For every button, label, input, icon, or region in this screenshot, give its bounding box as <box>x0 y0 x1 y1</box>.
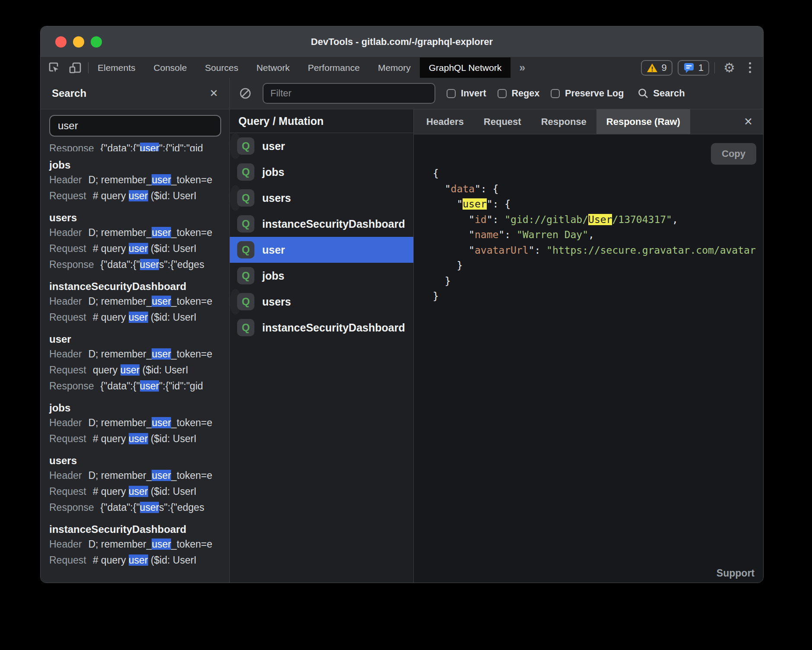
result-line-text: # query <box>93 190 129 201</box>
search-icon <box>638 88 649 99</box>
checkbox-box <box>551 89 560 98</box>
query-row-user[interactable]: Quser <box>230 133 241 159</box>
result-line[interactable]: Response{"data":{"users":{"edges <box>49 257 229 273</box>
result-section-title[interactable]: user <box>49 332 229 346</box>
query-row-users[interactable]: Qusers <box>230 185 241 211</box>
match-highlight: user <box>140 502 159 513</box>
result-line[interactable]: HeaderD; remember_user_token=e <box>49 225 229 241</box>
json-token: " <box>433 214 475 225</box>
json-line: "data": { <box>433 183 498 194</box>
result-line[interactable]: Requestquery user ($id: UserI <box>49 362 229 378</box>
tab-performance[interactable]: Performance <box>299 57 369 78</box>
clear-log-icon[interactable] <box>239 87 251 99</box>
query-type-icon: Q <box>237 293 254 310</box>
result-line[interactable]: Request# query user ($id: UserI <box>49 188 229 204</box>
response-tab-request[interactable]: Request <box>474 109 531 134</box>
messages-badge[interactable]: 1 <box>678 60 709 76</box>
query-row-jobs[interactable]: Qjobs <box>230 159 413 185</box>
tab-elements[interactable]: Elements <box>89 57 145 78</box>
settings-gear-icon[interactable]: ⚙ <box>720 60 739 75</box>
toolbar-search-button[interactable]: Search <box>638 88 685 99</box>
query-row-instanceSecurityDashboard[interactable]: QinstanceSecurityDashboard <box>230 315 413 341</box>
tab-memory[interactable]: Memory <box>369 57 420 78</box>
result-line[interactable]: Request# query user ($id: UserI <box>49 309 229 325</box>
toolbar-search-label: Search <box>653 88 685 99</box>
json-token: /13704317" <box>612 214 672 225</box>
tab-console[interactable]: Console <box>145 57 196 78</box>
search-input[interactable] <box>49 115 221 137</box>
result-line-label: Header <box>49 470 82 481</box>
result-line-label: Response <box>49 502 94 513</box>
match-highlight: user <box>129 312 148 323</box>
result-line-label: Header <box>49 538 82 550</box>
result-line-text: D; remember_ <box>88 348 152 360</box>
tab-network[interactable]: Network <box>247 57 299 78</box>
tab-graphql-network[interactable]: GraphQL Network <box>420 57 511 78</box>
result-line[interactable]: Request# query user ($id: UserI <box>49 241 229 257</box>
result-line[interactable]: HeaderD; remember_user_token=e <box>49 293 229 309</box>
close-window-button[interactable] <box>55 36 67 48</box>
json-token: "Warren Day" <box>517 229 588 240</box>
result-line-text: ":{"id":"gid <box>159 380 203 392</box>
result-section-title[interactable]: jobs <box>49 401 229 415</box>
result-section-title[interactable]: users <box>49 210 229 225</box>
result-section-title[interactable]: instanceSecurityDashboard <box>49 522 229 536</box>
result-line[interactable]: HeaderD; remember_user_token=e <box>49 415 229 431</box>
result-line[interactable]: Request# query user ($id: UserI <box>49 431 229 447</box>
clipped-result-line[interactable]: Response{"data":{"user":{"id":"gid <box>49 140 229 151</box>
tab-sources[interactable]: Sources <box>196 57 247 78</box>
search-close-icon[interactable]: ✕ <box>209 87 218 99</box>
match-highlight: user <box>152 296 171 307</box>
result-line[interactable]: HeaderD; remember_user_token=e <box>49 172 229 188</box>
query-row-instanceSecurityDashboard[interactable]: QinstanceSecurityDashboard <box>230 211 413 237</box>
result-line-text: D; remember_ <box>88 174 152 185</box>
result-line-label: Header <box>49 417 82 428</box>
result-line[interactable]: HeaderD; remember_user_token=e <box>49 468 229 484</box>
json-token: } <box>433 290 439 302</box>
zoom-window-button[interactable] <box>91 36 102 48</box>
checkbox-invert[interactable]: Invert <box>447 88 486 99</box>
result-section-title[interactable]: instanceSecurityDashboard <box>49 279 229 293</box>
json-token: ": <box>529 245 547 256</box>
query-row-users[interactable]: Qusers <box>230 289 241 315</box>
result-line-text: ":{"id":"gid <box>159 143 203 151</box>
match-highlight: user <box>129 243 148 254</box>
filter-input[interactable] <box>263 83 435 104</box>
device-toolbar-icon[interactable] <box>68 61 82 74</box>
result-section-title[interactable]: jobs <box>49 158 229 172</box>
response-close-icon[interactable]: ✕ <box>733 109 763 134</box>
query-row-jobs[interactable]: Qjobs <box>230 263 413 289</box>
devtools-tool-icons <box>41 57 88 78</box>
response-tab-response-raw-[interactable]: Response (Raw) <box>596 109 690 134</box>
result-line[interactable]: Request# query user ($id: UserI <box>49 552 229 568</box>
result-line[interactable]: HeaderD; remember_user_token=e <box>49 346 229 362</box>
result-line[interactable]: HeaderD; remember_user_token=e <box>49 536 229 552</box>
more-tabs-button[interactable]: » <box>511 57 534 78</box>
copy-button[interactable]: Copy <box>711 143 756 165</box>
result-line[interactable]: Response{"data":{"users":{"edges <box>49 500 229 516</box>
result-line[interactable]: Response{"data":{"user":{"id":"gid <box>49 140 229 151</box>
minimize-window-button[interactable] <box>73 36 84 48</box>
support-link[interactable]: Support <box>717 567 755 579</box>
result-line[interactable]: Response{"data":{"user":{"id":"gid <box>49 378 229 394</box>
query-row-user[interactable]: Quser <box>230 237 413 263</box>
json-token: ": <box>487 214 505 225</box>
main-content: Response{"data":{"user":{"id":"gid jobsH… <box>41 109 763 583</box>
checkbox-regex[interactable]: Regex <box>498 88 540 99</box>
result-line-text: ($id: UserI <box>148 312 197 323</box>
query-row-label: user <box>262 244 285 256</box>
more-options-kebab-icon[interactable] <box>744 62 756 73</box>
response-tab-response[interactable]: Response <box>531 109 596 134</box>
query-row-label: users <box>262 192 291 204</box>
issues-warning-badge[interactable]: 9 <box>641 60 672 76</box>
checkbox-label: Invert <box>461 88 486 99</box>
match-highlight: user <box>129 486 148 497</box>
json-line: "user": { <box>433 198 511 210</box>
response-tab-headers[interactable]: Headers <box>416 109 474 134</box>
result-line-text: # query <box>93 433 129 444</box>
result-line-label: Request <box>49 243 86 254</box>
result-line[interactable]: Request# query user ($id: UserI <box>49 484 229 500</box>
inspect-element-icon[interactable] <box>48 61 60 74</box>
checkbox-preserve-log[interactable]: Preserve Log <box>551 88 624 99</box>
result-section-title[interactable]: users <box>49 453 229 468</box>
